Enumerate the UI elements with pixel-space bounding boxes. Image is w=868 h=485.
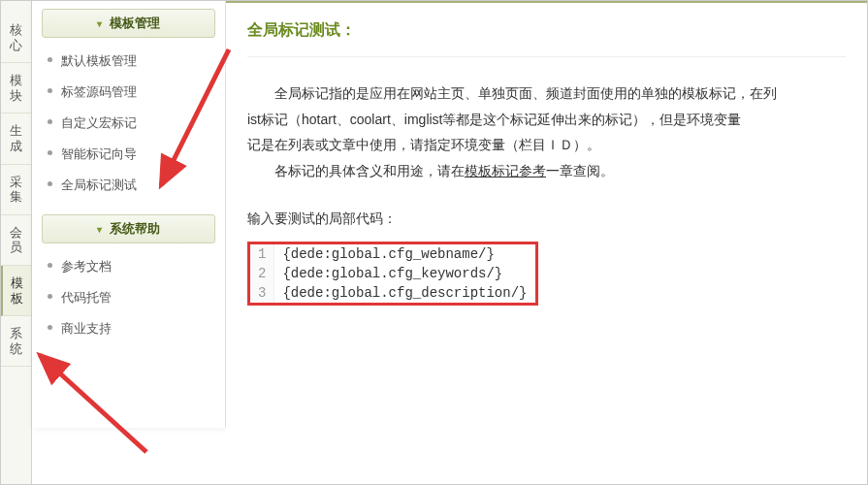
template-tag-reference-link[interactable]: 模板标记参考 (465, 163, 546, 178)
menu-item-default-template[interactable]: 默认模板管理 (48, 46, 215, 77)
vtab-collect[interactable]: 采集 (1, 165, 31, 215)
group-header-template[interactable]: ▾ 模板管理 (42, 9, 215, 38)
description-text: 全局标记指的是应用在网站主页、单独页面、频道封面使用的单独的模板标记，在列 is… (247, 81, 846, 183)
desc-line3: 记是在列表或文章中使用，请指定环境变量（栏目ＩＤ）。 (247, 137, 600, 152)
group-header-help[interactable]: ▾ 系统帮助 (42, 214, 215, 243)
code-line[interactable]: {dede:global.cfg_keywords/} (274, 264, 535, 283)
group-title: 系统帮助 (110, 221, 160, 236)
line-number: 1 (250, 244, 274, 264)
vtab-member[interactable]: 会员 (1, 215, 31, 266)
vtab-core[interactable]: 核心 (1, 13, 31, 63)
vtab-module[interactable]: 模块 (1, 63, 31, 113)
menu-item-tag-source[interactable]: 标签源码管理 (48, 77, 215, 108)
menu-item-custom-macro[interactable]: 自定义宏标记 (48, 108, 215, 139)
group-title: 模板管理 (110, 16, 160, 30)
menu-item-global-tag-test[interactable]: 全局标记测试 (48, 170, 215, 201)
menu-item-smart-tag-wizard[interactable]: 智能标记向导 (48, 139, 215, 170)
menu-item-reference-doc[interactable]: 参考文档 (48, 251, 215, 282)
desc-line2: ist标记（hotart、coolart、imglist等都是这个标记延伸出来的… (247, 112, 742, 127)
desc-line1: 全局标记指的是应用在网站主页、单独页面、频道封面使用的单独的模板标记，在列 (274, 85, 777, 101)
menu-item-code-hosting[interactable]: 代码托管 (48, 282, 215, 313)
line-number: 3 (250, 283, 274, 303)
desc-line4-suffix: 一章查阅。 (546, 163, 614, 178)
vtab-system[interactable]: 系统 (1, 316, 31, 367)
code-editor[interactable]: 1 {dede:global.cfg_webname/} 2 {dede:glo… (247, 242, 538, 306)
desc-line4-prefix: 各标记的具体含义和用途，请在 (274, 163, 465, 178)
chevron-down-icon: ▾ (97, 224, 102, 235)
code-input-label: 输入要测试的局部代码： (247, 210, 846, 228)
menu-item-commercial-support[interactable]: 商业支持 (48, 313, 215, 344)
page-title: 全局标记测试： (247, 20, 846, 57)
menu-help: 参考文档 代码托管 商业支持 (48, 251, 215, 344)
vertical-tabs: 核心 模块 生成 采集 会员 模板 系统 (1, 1, 32, 484)
vtab-template[interactable]: 模板 (1, 266, 31, 316)
menu-template: 默认模板管理 标签源码管理 自定义宏标记 智能标记向导 全局标记测试 (48, 46, 215, 201)
code-line[interactable]: {dede:global.cfg_webname/} (274, 244, 535, 264)
vtab-generate[interactable]: 生成 (1, 113, 31, 164)
line-number: 2 (250, 264, 274, 283)
main-panel: 全局标记测试： 全局标记指的是应用在网站主页、单独页面、频道封面使用的单独的模板… (226, 1, 867, 484)
code-line[interactable]: {dede:global.cfg_description/} (274, 283, 535, 303)
sidebar: ▾ 模板管理 默认模板管理 标签源码管理 自定义宏标记 智能标记向导 全局标记测… (32, 1, 226, 428)
chevron-down-icon: ▾ (97, 18, 102, 29)
